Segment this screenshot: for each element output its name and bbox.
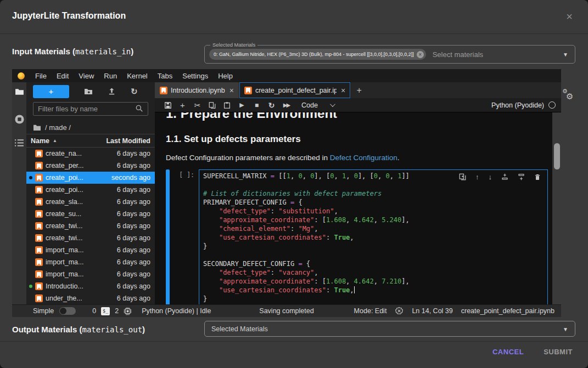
table-of-contents-tab-icon[interactable]: [15, 139, 24, 147]
notebook-heading-2: 1.1. Set up defects parameters: [166, 134, 552, 145]
file-row[interactable]: import_ma...6 days ago: [26, 268, 155, 280]
new-launcher-button[interactable]: +: [33, 85, 69, 98]
tab-close-icon[interactable]: ×: [229, 86, 234, 95]
menu-tabs[interactable]: Tabs: [153, 72, 177, 80]
code-token: ,: [374, 278, 382, 285]
menu-help[interactable]: Help: [213, 72, 238, 80]
code-token: : [: [314, 216, 326, 224]
file-row[interactable]: create_su...6 days ago: [26, 208, 155, 220]
menu-kernel[interactable]: Kernel: [122, 72, 153, 80]
home-folder-icon[interactable]: [33, 124, 41, 131]
refresh-icon[interactable]: ↻: [131, 87, 138, 97]
code-cell[interactable]: [ ]: SUPERCELL_MATRIX = [[1, 0, 0], [0, …: [166, 169, 548, 304]
cursor-position[interactable]: Ln 14, Col 39: [412, 307, 452, 315]
chip-remove-icon[interactable]: ×: [417, 51, 424, 58]
file-row[interactable]: create_per...6 days ago: [26, 160, 155, 172]
selected-material-chip[interactable]: 0: GaN, Gallium Nitride, HEX (P6_3mc) 3D…: [209, 49, 426, 60]
input-materials-select[interactable]: Selected Materials 0: GaN, Gallium Nitri…: [204, 45, 575, 64]
dot-spacer: [29, 188, 32, 191]
menu-file[interactable]: File: [30, 72, 52, 80]
file-row[interactable]: Introductio...6 days ago: [26, 280, 155, 292]
notebook-file-icon: [35, 258, 43, 266]
restart-run-all-icon[interactable]: ▶▶: [279, 99, 294, 111]
upload-icon[interactable]: [108, 87, 116, 95]
file-browser-tab-icon[interactable]: [15, 87, 24, 97]
chevron-down-icon[interactable]: ▼: [563, 52, 568, 58]
add-tab-button[interactable]: +: [351, 82, 367, 98]
dot-spacer: [29, 212, 32, 216]
insert-cell-below-icon[interactable]: [518, 173, 525, 180]
new-folder-icon[interactable]: [84, 87, 93, 96]
notebook-scrollbar[interactable]: [552, 112, 561, 304]
dialog-close-icon[interactable]: ×: [566, 11, 573, 22]
move-cell-down-icon[interactable]: ↓: [489, 173, 492, 181]
tab-close-icon[interactable]: ×: [341, 86, 345, 95]
file-row[interactable]: import_ma...6 days ago: [26, 244, 155, 256]
notebook-file-icon: [35, 222, 43, 230]
scrollbar-thumb[interactable]: [554, 143, 560, 169]
file-row[interactable]: create_sla...6 days ago: [26, 196, 155, 208]
dialog-title-bar: JupyterLite Transformation ×: [0, 0, 588, 34]
cancel-button[interactable]: CANCEL: [492, 348, 524, 356]
file-row[interactable]: under_the...6 days ago: [26, 292, 155, 304]
menu-view[interactable]: View: [74, 72, 99, 80]
selected-material-chip-label: 0: GaN, Gallium Nitride, HEX (P6_3mc) 3D…: [214, 52, 414, 57]
code-lines: SUPERCELL_MATRIX = [[1, 0, 0], [0, 1, 0]…: [203, 172, 544, 303]
code-token: "approximate_coordinate": [219, 216, 314, 224]
defect-configuration-link[interactable]: Defect Configuration: [330, 154, 397, 162]
delete-cell-icon[interactable]: [534, 173, 541, 181]
menu-settings[interactable]: Settings: [177, 72, 213, 80]
filter-files-input[interactable]: [38, 105, 135, 113]
insert-cell-icon[interactable]: +: [175, 99, 190, 111]
cut-cells-icon[interactable]: ✂: [190, 99, 205, 111]
duplicate-cell-icon[interactable]: [459, 173, 466, 180]
session-counts[interactable]: 0 $_ 2: [92, 307, 132, 315]
tab-inactive[interactable]: Introduction.ipynb×: [155, 82, 239, 98]
breadcrumb[interactable]: / made /: [26, 121, 155, 134]
copy-cells-icon[interactable]: [205, 99, 220, 111]
running-kernels-tab-icon[interactable]: [14, 114, 25, 124]
column-name[interactable]: Name: [31, 137, 49, 145]
column-last-modified[interactable]: Last Modified: [106, 137, 150, 145]
cell-type-dropdown[interactable]: Code: [301, 101, 334, 109]
move-cell-up-icon[interactable]: ↑: [475, 173, 479, 181]
submit-button[interactable]: SUBMIT: [544, 348, 573, 356]
file-row[interactable]: create_twi...6 days ago: [26, 220, 155, 232]
restart-kernel-icon[interactable]: ↻: [264, 99, 279, 111]
tab-active[interactable]: create_point_defect_pair.ip×: [239, 82, 351, 98]
file-row[interactable]: import_ma...6 days ago: [26, 256, 155, 268]
file-name: create_sla...: [46, 198, 114, 206]
code-token: [203, 269, 219, 276]
file-row[interactable]: create_na...6 days ago: [26, 148, 155, 160]
kernel-name[interactable]: Python (Pyodide): [491, 101, 544, 109]
menu-edit[interactable]: Edit: [52, 72, 74, 80]
chevron-down-icon[interactable]: ▼: [563, 326, 568, 332]
filter-files-box[interactable]: [33, 102, 148, 116]
notebook-file-icon-page: [161, 88, 166, 93]
save-icon[interactable]: [160, 99, 175, 111]
insert-cell-above-icon[interactable]: [501, 173, 508, 180]
code-token: ,: [374, 216, 382, 224]
settings-gears-icon[interactable]: ⚙ ⚙: [562, 88, 579, 104]
jupyterlite-logo-icon: [18, 72, 25, 80]
notebook-content: 1. Prepare the Environment 1.1. Set up d…: [155, 112, 552, 304]
interrupt-kernel-icon[interactable]: ■: [249, 99, 264, 111]
kernel-status-text[interactable]: Python (Pyodide) | Idle: [142, 307, 211, 315]
tab-bar: Introduction.ipynb×create_point_defect_p…: [155, 82, 561, 98]
paste-cells-icon[interactable]: [220, 99, 234, 111]
code-editor[interactable]: SUPERCELL_MATRIX = [[1, 0, 0], [0, 1, 0]…: [199, 169, 548, 304]
trust-shield-icon[interactable]: [395, 307, 404, 315]
simple-mode-toggle[interactable]: [59, 307, 76, 315]
menu-run[interactable]: Run: [99, 72, 122, 80]
file-list-header[interactable]: Name ▲ Last Modified: [26, 134, 155, 148]
output-materials-select[interactable]: Selected Materials ▼: [204, 321, 575, 337]
file-row[interactable]: create_poi...seconds ago: [26, 172, 155, 184]
file-row[interactable]: create_twi...6 days ago: [26, 232, 155, 244]
kernel-status-icon[interactable]: [548, 101, 556, 109]
cell-collapser[interactable]: [166, 169, 170, 304]
file-row[interactable]: create_poi...6 days ago: [26, 184, 155, 196]
run-cell-icon[interactable]: ▶: [234, 99, 249, 111]
notebook-file-icon: [35, 210, 43, 218]
file-modified: 6 days ago: [117, 222, 150, 230]
input-materials-label-code: materials_in: [75, 47, 131, 56]
